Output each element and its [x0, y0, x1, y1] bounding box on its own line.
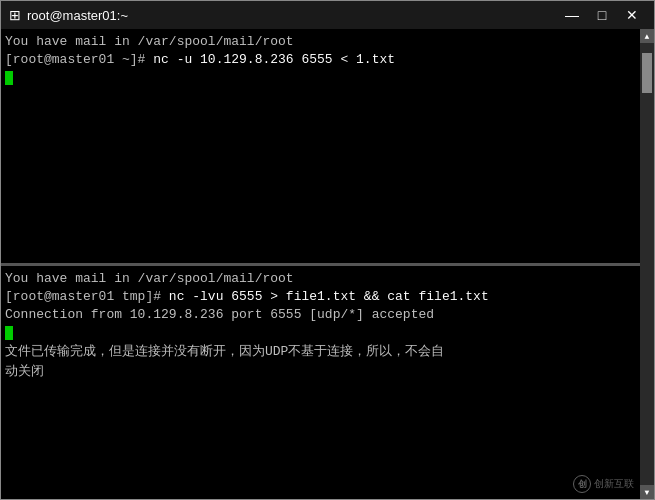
top-cursor — [5, 71, 13, 85]
scroll-down-arrow[interactable]: ▼ — [640, 485, 654, 499]
scroll-up-arrow[interactable]: ▲ — [640, 29, 654, 43]
bottom-cursor-line — [5, 324, 636, 342]
bottom-line3: Connection from 10.129.8.236 port 6555 [… — [5, 306, 636, 324]
bottom-cursor — [5, 326, 13, 340]
top-line2: [root@master01 ~]# nc -u 10.129.8.236 65… — [5, 51, 636, 69]
terminal-pane-top[interactable]: You have mail in /var/spool/mail/root [r… — [1, 29, 640, 263]
chinese-line2: 动关闭 — [5, 362, 636, 382]
chinese-text-block: 文件已传输完成，但是连接并没有断开，因为UDP不基于连接，所以，不会自 动关闭 — [5, 342, 636, 381]
title-bar-title: ⊞ root@master01:~ — [9, 7, 128, 23]
title-bar: ⊞ root@master01:~ — □ ✕ — [1, 1, 654, 29]
minimize-button[interactable]: — — [558, 5, 586, 25]
scroll-track[interactable] — [640, 43, 654, 485]
top-cursor-line — [5, 69, 636, 87]
terminal-pane-bottom[interactable]: You have mail in /var/spool/mail/root [r… — [1, 266, 640, 500]
terminal-window: ⊞ root@master01:~ — □ ✕ You have mail in… — [0, 0, 655, 500]
window-title: root@master01:~ — [27, 8, 128, 23]
scrollbar[interactable]: ▲ ▼ — [640, 29, 654, 499]
chinese-line1: 文件已传输完成，但是连接并没有断开，因为UDP不基于连接，所以，不会自 — [5, 342, 636, 362]
watermark-logo: 创 — [573, 475, 591, 493]
terminal-main: You have mail in /var/spool/mail/root [r… — [1, 29, 640, 499]
close-button[interactable]: ✕ — [618, 5, 646, 25]
bottom-line2: [root@master01 tmp]# nc -lvu 6555 > file… — [5, 288, 636, 306]
bottom-line1: You have mail in /var/spool/mail/root — [5, 270, 636, 288]
watermark: 创 创新互联 — [573, 475, 634, 493]
terminal-icon: ⊞ — [9, 7, 21, 23]
title-bar-controls: — □ ✕ — [558, 5, 646, 25]
watermark-text: 创新互联 — [594, 477, 634, 491]
scroll-thumb[interactable] — [642, 53, 652, 93]
maximize-button[interactable]: □ — [588, 5, 616, 25]
top-line1: You have mail in /var/spool/mail/root — [5, 33, 636, 51]
terminal-container: You have mail in /var/spool/mail/root [r… — [1, 29, 654, 499]
